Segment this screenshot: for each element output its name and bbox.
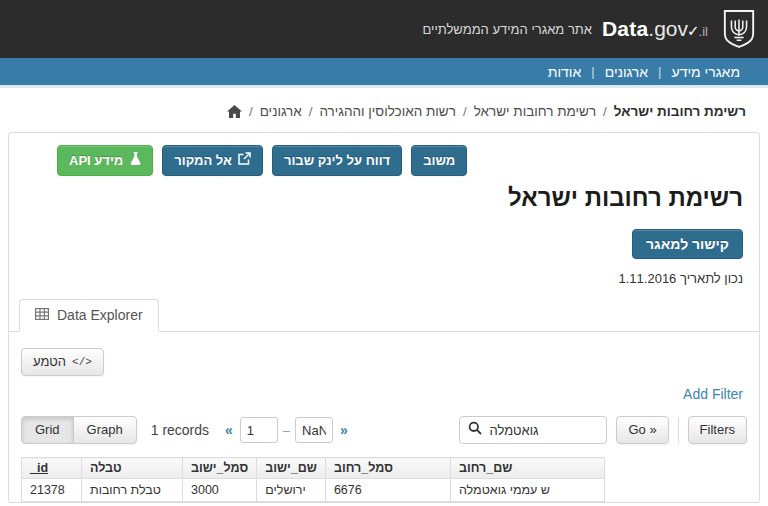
- report-broken-link-button[interactable]: דווח על לינק שבור: [272, 145, 402, 176]
- search-icon: [468, 421, 482, 439]
- column-header-street-code: סמל_רחוב: [325, 458, 450, 479]
- code-icon: </>: [72, 354, 92, 370]
- table-icon: [35, 307, 49, 323]
- nav-item-datasets[interactable]: מאגרי מידע: [672, 64, 741, 80]
- next-page-link[interactable]: »: [340, 422, 348, 438]
- page-range-separator: –: [283, 423, 290, 438]
- dataset-link-button[interactable]: קישור למאגר: [632, 229, 743, 259]
- cell-city-name: ירושלים: [257, 479, 326, 502]
- dataset-title-section: רשימת רחובות ישראל קישור למאגר נכון לתאר…: [9, 184, 759, 286]
- site-logo[interactable]: Data.gov✓.il: [602, 17, 708, 41]
- cell-city-code: 3000: [183, 479, 257, 502]
- breadcrumb-separator: [603, 104, 607, 119]
- breadcrumb-current: רשימת רחובות ישראל: [614, 104, 746, 119]
- report-broken-link-label: דווח על לינק שבור: [284, 153, 390, 169]
- api-info-label: מידע API: [69, 153, 123, 169]
- table-header-row: _id טבלה סמל_ישוב שם_ישוב סמל_רחוב שם_רח…: [22, 458, 605, 479]
- dataset-panel: מידע API אל המקור דווח על לינק שבור משוב…: [8, 132, 760, 503]
- cell-street-code: 6676: [325, 479, 450, 502]
- api-info-button[interactable]: מידע API: [57, 145, 153, 176]
- toolbar-divider: [678, 417, 679, 443]
- filters-button[interactable]: Filters: [688, 416, 747, 444]
- breadcrumb: ארגונים רשות האוכלוסין וההגירה רשימת רחו…: [0, 88, 768, 132]
- dataset-actions: מידע API אל המקור דווח על לינק שבור משוב: [57, 145, 759, 176]
- column-header-city-code: סמל_ישוב: [183, 458, 257, 479]
- data-grid: _id טבלה סמל_ישוב שם_ישוב סמל_רחוב שם_רח…: [21, 457, 605, 502]
- site-header: אתר מאגרי המידע הממשלתיים Data.gov✓.il: [0, 0, 768, 58]
- column-header-street-name: שם_רחוב: [450, 458, 604, 479]
- cell-id: 21378: [22, 479, 82, 502]
- breadcrumb-separator: [463, 104, 467, 119]
- pagination: « – »: [225, 417, 348, 443]
- page-title: רשימת רחובות ישראל: [9, 184, 743, 212]
- add-filter-row: Add Filter: [21, 385, 747, 403]
- home-icon[interactable]: [227, 105, 242, 118]
- nav-item-about[interactable]: אודות: [548, 64, 582, 80]
- feedback-button[interactable]: משוב: [411, 145, 467, 176]
- toolbar-right: Go » Filters: [459, 416, 747, 444]
- dataset-date-note: נכון לתאריך 1.11.2016: [9, 271, 743, 286]
- table-row: 21378 טבלת רחובות 3000 ירושלים 6676 ש עמ…: [22, 479, 605, 502]
- explorer-content: הטמע </> Add Filter Grid Graph 1 records…: [9, 332, 759, 502]
- tab-data-explorer[interactable]: Data Explorer: [19, 299, 159, 332]
- breadcrumb-separator: [309, 104, 313, 119]
- site-tagline: אתר מאגרי המידע הממשלתיים: [422, 22, 592, 37]
- feedback-label: משוב: [423, 153, 455, 169]
- column-header-city-name: שם_ישוב: [257, 458, 326, 479]
- embed-button[interactable]: הטמע </>: [21, 348, 104, 376]
- logo-text-tld: .il: [699, 24, 708, 39]
- main-nav: אודות ארגונים מאגרי מידע: [0, 58, 768, 85]
- explorer-toolbar: Grid Graph 1 records « – » Go »: [21, 416, 747, 444]
- cell-street-name: ש עממי גואטמלה: [450, 479, 604, 502]
- go-button[interactable]: Go »: [616, 416, 668, 444]
- external-link-icon: [238, 152, 251, 169]
- embed-label: הטמע: [33, 354, 66, 370]
- flask-icon: [129, 151, 141, 170]
- column-header-table: טבלה: [82, 458, 183, 479]
- breadcrumb-population-authority[interactable]: רשות האוכלוסין וההגירה: [319, 104, 455, 119]
- explorer-tabs: Data Explorer: [9, 299, 759, 332]
- go-to-source-label: אל המקור: [174, 153, 232, 169]
- prev-page-link[interactable]: «: [225, 422, 233, 438]
- search-box: [459, 416, 607, 444]
- israel-emblem-icon: [722, 8, 756, 50]
- page-input[interactable]: [240, 417, 278, 443]
- logo-text-bold: Data: [602, 17, 648, 41]
- nav-separator: [658, 64, 661, 79]
- record-count: 1 records: [151, 422, 209, 438]
- graph-view-button[interactable]: Graph: [73, 416, 137, 444]
- column-header-id[interactable]: _id: [22, 458, 82, 479]
- add-filter-link[interactable]: Add Filter: [683, 386, 743, 402]
- nav-item-organizations[interactable]: ארגונים: [605, 64, 648, 80]
- logo-text-gov: .gov: [648, 17, 688, 41]
- tab-data-explorer-label: Data Explorer: [57, 307, 143, 323]
- page-total-input[interactable]: [295, 417, 333, 443]
- breadcrumb-separator: [249, 104, 253, 119]
- cell-table: טבלת רחובות: [82, 479, 183, 502]
- nav-separator: [591, 64, 594, 79]
- grid-view-button[interactable]: Grid: [21, 416, 74, 444]
- breadcrumb-organizations[interactable]: ארגונים: [260, 104, 302, 119]
- breadcrumb-dataset[interactable]: רשימת רחובות ישראל: [474, 104, 596, 119]
- search-input[interactable]: [489, 423, 597, 438]
- go-to-source-button[interactable]: אל המקור: [162, 145, 263, 176]
- view-toggle: Grid Graph: [21, 416, 137, 444]
